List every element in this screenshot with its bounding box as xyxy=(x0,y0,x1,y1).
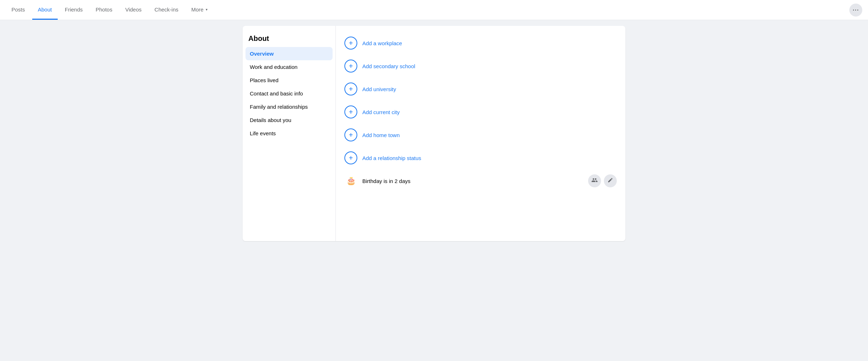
tab-more[interactable]: More ▾ xyxy=(186,0,213,20)
tab-about[interactable]: About xyxy=(32,0,58,20)
tab-friends[interactable]: Friends xyxy=(59,0,89,20)
birthday-audience-button[interactable] xyxy=(588,174,601,187)
add-home-town-item[interactable]: + Add home town xyxy=(344,123,617,146)
nav-tabs: Posts About Friends Photos Videos Check-… xyxy=(6,0,213,20)
tab-posts[interactable]: Posts xyxy=(6,0,31,20)
add-relationship-item[interactable]: + Add a relationship status xyxy=(344,146,617,169)
add-university-item[interactable]: + Add university xyxy=(344,78,617,100)
birthday-info: 🎂 Birthday is in 2 days xyxy=(344,174,410,187)
add-current-city-icon: + xyxy=(344,106,357,118)
add-home-town-label: Add home town xyxy=(362,132,400,138)
add-secondary-school-item[interactable]: + Add secondary school xyxy=(344,55,617,78)
add-university-label: Add university xyxy=(362,86,396,92)
pencil-icon xyxy=(607,177,613,184)
audience-icon xyxy=(591,177,598,185)
birthday-edit-button[interactable] xyxy=(604,174,617,187)
sidebar-item-family[interactable]: Family and relationships xyxy=(245,100,333,113)
sidebar-item-details[interactable]: Details about you xyxy=(245,113,333,127)
birthday-icon: 🎂 xyxy=(344,174,357,187)
tab-photos[interactable]: Photos xyxy=(90,0,118,20)
about-card: About Overview Work and education Places… xyxy=(243,26,625,241)
sidebar-item-overview[interactable]: Overview xyxy=(245,47,333,60)
add-workplace-label: Add a workplace xyxy=(362,40,402,46)
add-secondary-school-icon: + xyxy=(344,60,357,72)
main-container: About Overview Work and education Places… xyxy=(237,26,631,241)
sidebar-item-work-education[interactable]: Work and education xyxy=(245,60,333,74)
birthday-actions xyxy=(588,174,617,187)
add-relationship-label: Add a relationship status xyxy=(362,155,421,161)
sidebar: About Overview Work and education Places… xyxy=(243,26,336,241)
sidebar-item-life-events[interactable]: Life events xyxy=(245,127,333,140)
add-university-icon: + xyxy=(344,83,357,95)
add-relationship-icon: + xyxy=(344,151,357,164)
add-secondary-school-label: Add secondary school xyxy=(362,63,415,69)
add-home-town-icon: + xyxy=(344,128,357,141)
sidebar-item-places-lived[interactable]: Places lived xyxy=(245,74,333,87)
top-navigation: Posts About Friends Photos Videos Check-… xyxy=(0,0,868,20)
birthday-text: Birthday is in 2 days xyxy=(362,178,410,184)
birthday-row: 🎂 Birthday is in 2 days xyxy=(344,169,617,192)
chevron-down-icon: ▾ xyxy=(206,8,208,11)
add-workplace-icon: + xyxy=(344,37,357,50)
sidebar-item-contact-info[interactable]: Contact and basic info xyxy=(245,87,333,100)
tab-checkins[interactable]: Check-ins xyxy=(149,0,184,20)
content-area: + Add a workplace + Add secondary school… xyxy=(336,26,625,241)
add-current-city-label: Add current city xyxy=(362,109,400,115)
add-workplace-item[interactable]: + Add a workplace xyxy=(344,32,617,55)
add-current-city-item[interactable]: + Add current city xyxy=(344,100,617,123)
sidebar-title: About xyxy=(245,32,333,47)
more-options-button[interactable]: ··· xyxy=(849,4,862,17)
tab-videos[interactable]: Videos xyxy=(119,0,147,20)
